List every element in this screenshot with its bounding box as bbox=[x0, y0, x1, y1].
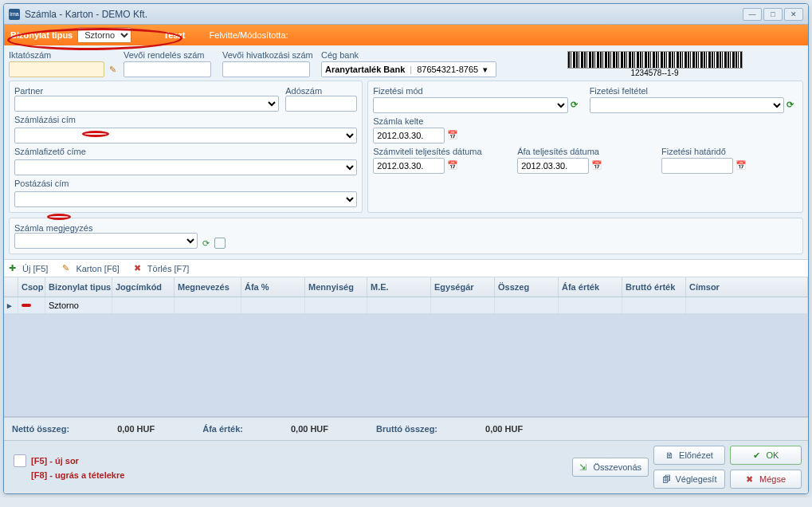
finalize-icon: 🗐 bbox=[662, 474, 672, 484]
row-indicator-icon: ▸ bbox=[4, 297, 18, 313]
szamla-kelte-label: Számla kelte bbox=[373, 116, 798, 126]
partner-panel: Partner Adószám Számlázási cím Számlafiz… bbox=[9, 81, 363, 213]
megse-button[interactable]: ✖Mégse bbox=[730, 470, 802, 489]
grid-head-egysegar[interactable]: Egységár bbox=[431, 277, 495, 297]
grid-head-me[interactable]: M.E. bbox=[367, 277, 431, 297]
szamla-megjegyzes-label: Számla megjegyzés bbox=[14, 223, 198, 233]
barcode-bars bbox=[567, 51, 743, 69]
barcode-text: 1234578--1-9 bbox=[630, 69, 678, 77]
szamlazasi-cim-label: Számlázási cím bbox=[14, 115, 357, 124]
app-icon: ima bbox=[9, 9, 20, 20]
grid-head-afa[interactable]: Áfa % bbox=[241, 277, 305, 297]
note-add-icon[interactable]: ⟳ bbox=[202, 238, 210, 249]
footer: [F5] - új sor [F8] - ugrás a tételekre ⇲… bbox=[4, 440, 808, 493]
grid-header: Csop Bizonylat tipus Jogcímkód Megnevezé… bbox=[4, 277, 808, 297]
bank-name: Aranytartalék Bank bbox=[325, 65, 405, 74]
grid-head-afaertek[interactable]: Áfa érték bbox=[559, 277, 622, 297]
merge-icon: ⇲ bbox=[579, 462, 589, 472]
add-fizetesi-mod-icon[interactable]: ⟳ bbox=[571, 100, 582, 111]
minimize-button[interactable]: ― bbox=[743, 8, 762, 21]
elonezet-button[interactable]: 🗎Előnézet bbox=[653, 446, 725, 465]
osszevonas-button[interactable]: ⇲Összevonás bbox=[572, 458, 649, 477]
uj-button[interactable]: ✚Új [F5] bbox=[9, 263, 48, 273]
vevoi-hivatkozasi-label: Vevői hivatkozási szám bbox=[222, 50, 318, 60]
bizonylat-tipus-label: Bizonylat tipus bbox=[10, 30, 73, 40]
calendar-icon[interactable]: 📅 bbox=[591, 160, 602, 171]
szamviteli-input[interactable] bbox=[373, 158, 445, 174]
vevoi-rendeles-input[interactable] bbox=[124, 61, 211, 77]
edit-icon[interactable]: ✎ bbox=[106, 63, 119, 76]
close-button[interactable]: ✕ bbox=[784, 8, 803, 21]
grid-head-csop[interactable]: Csop bbox=[18, 277, 45, 297]
cancel-icon: ✖ bbox=[746, 474, 755, 484]
szamviteli-label: Számviteli teljesítés dátuma bbox=[373, 147, 509, 156]
postazasi-cim-label: Postázási cím bbox=[14, 179, 357, 188]
ok-button[interactable]: ✔OK bbox=[730, 446, 802, 465]
szamlafizeto-select[interactable] bbox=[14, 159, 357, 175]
window-title: Számla - Karton - DEMO Kft. bbox=[25, 9, 743, 20]
cell-csop bbox=[18, 297, 45, 313]
calendar-icon[interactable]: 📅 bbox=[447, 160, 458, 171]
grid-head-osszeg[interactable]: Összeg bbox=[495, 277, 559, 297]
partner-label: Partner bbox=[14, 86, 279, 96]
afa-telj-label: Áfa teljesítés dátuma bbox=[517, 147, 653, 156]
szamlafizeto-label: Számlafizető címe bbox=[14, 147, 357, 156]
netto-value: 0,00 HUF bbox=[117, 424, 155, 434]
window: ima Számla - Karton - DEMO Kft. ― □ ✕ Bi… bbox=[3, 3, 809, 494]
grid-head-megnevezes[interactable]: Megnevezés bbox=[175, 277, 241, 297]
hint-f8: [F8] - ugrás a tételekre bbox=[14, 470, 566, 480]
teszt-label: Teszt bbox=[163, 30, 185, 40]
szamlazasi-cim-select[interactable] bbox=[14, 128, 357, 143]
maximize-button[interactable]: □ bbox=[763, 8, 783, 21]
bank-dropdown-icon[interactable]: ▾ bbox=[483, 65, 488, 75]
titlebar: ima Számla - Karton - DEMO Kft. ― □ ✕ bbox=[4, 4, 808, 25]
veglegesit-button[interactable]: 🗐Véglegesít bbox=[653, 470, 725, 489]
grid: Csop Bizonylat tipus Jogcímkód Megnevezé… bbox=[4, 277, 808, 417]
table-row[interactable]: ▸ Sztorno bbox=[4, 297, 808, 313]
netto-label: Nettó összeg: bbox=[12, 424, 69, 434]
calendar-icon[interactable]: 📅 bbox=[447, 130, 458, 141]
grid-body[interactable]: ▸ Sztorno bbox=[4, 297, 808, 417]
karton-button[interactable]: ✎Karton [F6] bbox=[62, 263, 119, 273]
cell-bizonylat: Sztorno bbox=[45, 297, 112, 313]
barcode: 1234578--1-9 bbox=[506, 51, 803, 77]
grid-head-cimsor[interactable]: Címsor bbox=[686, 277, 808, 297]
fizetesi-hatarido-label: Fizetési határidő bbox=[661, 147, 798, 156]
postazasi-cim-select[interactable] bbox=[14, 191, 357, 207]
adoszam-input[interactable] bbox=[285, 96, 357, 112]
afa-label: Áfa érték: bbox=[202, 424, 243, 434]
fizetesi-mod-label: Fizetési mód bbox=[373, 86, 581, 96]
partner-select[interactable] bbox=[14, 96, 279, 112]
felvitte-label: Felvitte/Módosította: bbox=[210, 30, 288, 40]
brutto-label: Bruttó összeg: bbox=[376, 424, 437, 434]
grid-head-bizonylat[interactable]: Bizonylat tipus bbox=[45, 277, 112, 297]
note-doc-icon[interactable] bbox=[214, 238, 226, 249]
fizetesi-feltetel-select[interactable] bbox=[590, 97, 784, 113]
calendar-icon[interactable]: 📅 bbox=[736, 160, 747, 171]
payment-panel: Fizetési mód ⟳ Fizetési feltétel ⟳ bbox=[367, 81, 803, 213]
afa-telj-input[interactable] bbox=[517, 158, 589, 174]
fizetesi-mod-select[interactable] bbox=[373, 97, 567, 113]
szamla-megjegyzes-select[interactable] bbox=[14, 233, 198, 249]
ceg-bank-label: Cég bank bbox=[321, 50, 496, 60]
grid-head-jogcimkod[interactable]: Jogcímkód bbox=[112, 277, 175, 297]
iktatoszam-label: Iktatószám bbox=[9, 50, 120, 60]
fizetesi-hatarido-input[interactable] bbox=[661, 158, 733, 174]
orange-header: Bizonylat tipus Sztorno Teszt Felvitte/M… bbox=[4, 25, 808, 45]
torles-button[interactable]: ✖Törlés [F7] bbox=[134, 263, 190, 273]
hint-icon bbox=[14, 454, 26, 467]
form-area: Iktatószám ✎ Vevői rendelés szám Vevői h… bbox=[4, 45, 808, 259]
grid-head-blank[interactable] bbox=[4, 277, 18, 297]
totals-bar: Nettó összeg:0,00 HUF Áfa érték:0,00 HUF… bbox=[4, 417, 808, 440]
grid-head-brutto[interactable]: Bruttó érték bbox=[622, 277, 686, 297]
iktatoszam-input[interactable] bbox=[9, 61, 104, 77]
add-fizetesi-feltetel-icon[interactable]: ⟳ bbox=[787, 100, 798, 111]
fizetesi-feltetel-label: Fizetési feltétel bbox=[590, 86, 798, 96]
vevoi-rendeles-label: Vevői rendelés szám bbox=[124, 50, 219, 60]
bank-account: 87654321-8765 bbox=[417, 65, 478, 74]
szamla-kelte-input[interactable] bbox=[373, 128, 445, 143]
grid-head-mennyiseg[interactable]: Mennyiség bbox=[305, 277, 367, 297]
vevoi-hivatkozasi-input[interactable] bbox=[222, 61, 310, 77]
grid-toolbar: ✚Új [F5] ✎Karton [F6] ✖Törlés [F7] bbox=[4, 259, 808, 277]
bizonylat-tipus-select[interactable]: Sztorno bbox=[77, 27, 131, 43]
